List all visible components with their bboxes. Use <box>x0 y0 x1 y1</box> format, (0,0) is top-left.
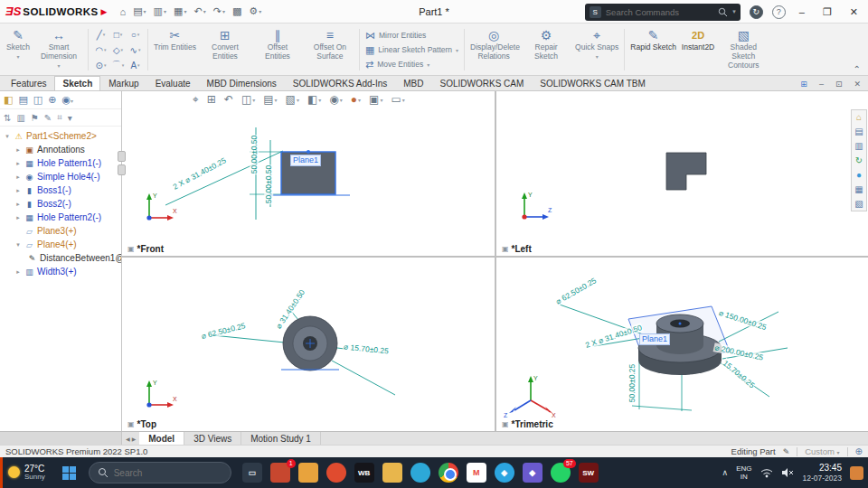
doc-tab-model[interactable]: Model <box>139 432 184 445</box>
doc-tab-3d-views[interactable]: 3D Views <box>184 432 241 445</box>
tab-mbd-dimensions[interactable]: MBD Dimensions <box>199 76 285 90</box>
tree-item-hole-pattern1[interactable]: ▸ ▦ Hole Pattern1(-) <box>0 156 121 170</box>
globe-icon[interactable]: ⊕ <box>855 446 863 456</box>
text-tool-button[interactable]: A▾ <box>127 58 144 73</box>
dimension-label[interactable]: 50.00±0.50 <box>250 135 259 174</box>
desktop-app-icon[interactable]: ▭ <box>242 463 262 483</box>
dimension-leader[interactable] <box>212 335 285 343</box>
convert-entities-button[interactable]: ⊞ Convert Entities <box>199 25 251 74</box>
tree-item-hole-pattern2[interactable]: ▸ ▦ Hole Pattern2(-) <box>0 211 121 224</box>
edit-appearance-icon[interactable]: ●▾ <box>351 93 361 106</box>
tab-markup[interactable]: Markup <box>100 76 146 90</box>
shaded-sketch-contours-button[interactable]: ▧ Shaded Sketch Contours <box>717 25 769 74</box>
linear-sketch-pattern-button[interactable]: ▦ Linear Sketch Pattern▾ <box>365 44 458 56</box>
zoom-to-area-icon[interactable]: ⊞ <box>207 93 216 106</box>
tree-display-icon[interactable]: ▥ <box>16 113 24 123</box>
expand-icon[interactable]: ▸ <box>14 160 22 167</box>
whatsapp-app-icon[interactable]: 57 <box>551 463 571 483</box>
file-explorer-icon[interactable]: ▥ <box>854 141 863 151</box>
workbench-app-icon[interactable]: WB <box>354 463 374 483</box>
tray-expand-icon[interactable]: ∧ <box>722 468 729 477</box>
tree-item-width3[interactable]: ▸ ▥ Width3(+) <box>0 265 121 278</box>
custom-properties-icon[interactable]: ▦ <box>854 184 863 194</box>
line-tool-button[interactable]: ╱▾ <box>92 27 109 42</box>
expand-icon[interactable]: ▸ <box>14 214 22 221</box>
tree-item-simple-hole4[interactable]: ▸ ◉ Simple Hole4(-) <box>0 170 121 183</box>
dimension-label[interactable]: 50.00±0.25 <box>627 363 637 403</box>
plane-label[interactable]: Plane1 <box>639 333 670 345</box>
configuration-selector[interactable]: Custom ▾ <box>805 446 839 456</box>
tree-item-annotations[interactable]: ▸ ▣ Annotations <box>0 143 121 156</box>
zoom-to-fit-icon[interactable]: ⌖ <box>193 93 199 106</box>
clock[interactable]: 23:45 12-07-2023 <box>803 463 842 483</box>
tab-features[interactable]: Features <box>3 76 54 90</box>
tree-item-boss2[interactable]: ▸ ▮ Boss2(-) <box>0 197 121 211</box>
viewport-splitter-vertical[interactable] <box>495 91 496 431</box>
expand-icon[interactable]: ▸ <box>14 174 22 181</box>
tab-solidworks-addins[interactable]: SOLIDWORKS Add-Ins <box>285 76 395 90</box>
expand-icon[interactable]: ▸ <box>14 201 22 208</box>
tab-solidworks-cam[interactable]: SOLIDWORKS CAM <box>432 76 533 90</box>
viewport-left[interactable]: Y Z ▣ *Left <box>496 91 868 256</box>
gmail-app-icon[interactable]: M <box>467 463 486 483</box>
rectangle-tool-button[interactable]: □▾ <box>109 27 127 42</box>
home-tab-icon[interactable]: ⌂ <box>856 112 862 122</box>
repair-sketch-button[interactable]: ⚙ Repair Sketch <box>520 25 572 74</box>
tree-grid-icon[interactable]: ⌗ <box>57 112 62 123</box>
fillet-tool-button[interactable]: ⌒▾ <box>109 58 127 73</box>
annotation-views-icon[interactable]: ▤▾ <box>263 93 277 106</box>
tab-sketch[interactable]: Sketch <box>54 76 100 90</box>
viewport-top[interactable]: Y X ⌀ 62.50±0.25 ⌀ 31.40±0.50 ⌀ 15.70±0.… <box>122 258 495 431</box>
volume-muted-icon[interactable] <box>781 467 795 478</box>
plane-label[interactable]: Plane1 <box>290 155 321 166</box>
polygon-tool-button[interactable]: ◇▾ <box>109 42 127 58</box>
previous-view-icon[interactable]: ↶ <box>224 93 233 106</box>
open-button[interactable]: ▤▾ <box>129 5 149 17</box>
weather-widget[interactable]: 27°C Sunny <box>3 464 54 482</box>
display-style-icon[interactable]: ◧▾ <box>307 93 321 106</box>
propertymanager-tab-icon[interactable]: ▤ <box>18 94 27 106</box>
maximize-button[interactable]: ❐ <box>818 6 836 18</box>
viewport-trimetric[interactable]: Y X Z ⌀ 62.50±0.25 2 X ⌀ 31.40±0.50 ⌀ 15… <box>496 258 868 431</box>
tree-more-icon[interactable]: ▾ <box>68 113 72 123</box>
browser-app-icon[interactable] <box>326 463 346 483</box>
doc-close-icon[interactable]: ✕ <box>854 80 861 89</box>
redo-button[interactable]: ↷▾ <box>210 5 229 17</box>
expand-icon[interactable]: ▸ <box>14 268 22 276</box>
recycle-icon[interactable]: ↻ <box>855 155 863 165</box>
tree-item-boss1[interactable]: ▸ ▮ Boss1(-) <box>0 183 121 197</box>
appearances-icon[interactable]: ● <box>856 170 862 180</box>
edge-app-icon[interactable] <box>410 463 430 483</box>
display-delete-relations-button[interactable]: ◎ Display/Delete Relations <box>467 25 520 74</box>
minimize-button[interactable]: – <box>795 6 809 17</box>
move-entities-button[interactable]: ⇄ Move Entities▾ <box>365 59 458 70</box>
smart-dimension-button[interactable]: ↔ Smart Dimension▾ <box>33 25 85 74</box>
expand-icon[interactable]: ▸ <box>14 146 22 154</box>
view-orientation-icon[interactable]: ▧▾ <box>286 93 299 106</box>
doc-tab-motion-study[interactable]: Motion Study 1 <box>241 432 321 445</box>
hide-show-items-icon[interactable]: ◉▾ <box>329 93 343 106</box>
notifications-app-icon[interactable]: 1 <box>270 463 290 483</box>
command-search[interactable]: S ▾ <box>585 4 741 21</box>
command-search-input[interactable] <box>606 7 713 17</box>
rebuild-button[interactable]: ▩ <box>229 5 245 17</box>
configurationmanager-tab-icon[interactable]: ◫ <box>33 94 42 106</box>
dimxpert-tab-icon[interactable]: ⊕ <box>48 94 56 106</box>
arc-tool-button[interactable]: ◠▾ <box>92 42 109 58</box>
files-app-icon[interactable] <box>298 463 318 483</box>
discord-app-icon[interactable]: ◆ <box>523 463 542 483</box>
viewport-splitter-horizontal[interactable] <box>122 256 868 258</box>
tree-item-distance-between1[interactable]: ✎ DistanceBetween1@ <box>0 251 121 265</box>
part-body-left[interactable] <box>666 153 706 190</box>
tab-mbd[interactable]: MBD <box>395 76 431 90</box>
action-center-icon[interactable] <box>850 466 863 480</box>
tab-evaluate[interactable]: Evaluate <box>147 76 199 90</box>
wifi-icon[interactable] <box>760 467 773 478</box>
spline-tool-button[interactable]: ∿▾ <box>127 42 144 58</box>
print-button[interactable]: ▦▾ <box>170 5 190 17</box>
mirror-entities-button[interactable]: ⋈ Mirror Entities <box>365 30 458 42</box>
section-view-icon[interactable]: ◫▾ <box>241 93 255 106</box>
graphics-area[interactable]: ⌖ ⊞ ↶ ◫▾ ▤▾ ▧▾ ◧▾ ◉▾ ●▾ ▣▾ ▭▾ ⌂ ▤ ▥ ↻ ● … <box>122 91 868 431</box>
offset-on-surface-button[interactable]: ≡ Offset On Surface <box>304 25 356 74</box>
offset-entities-button[interactable]: ∥ Offset Entities <box>251 25 304 74</box>
